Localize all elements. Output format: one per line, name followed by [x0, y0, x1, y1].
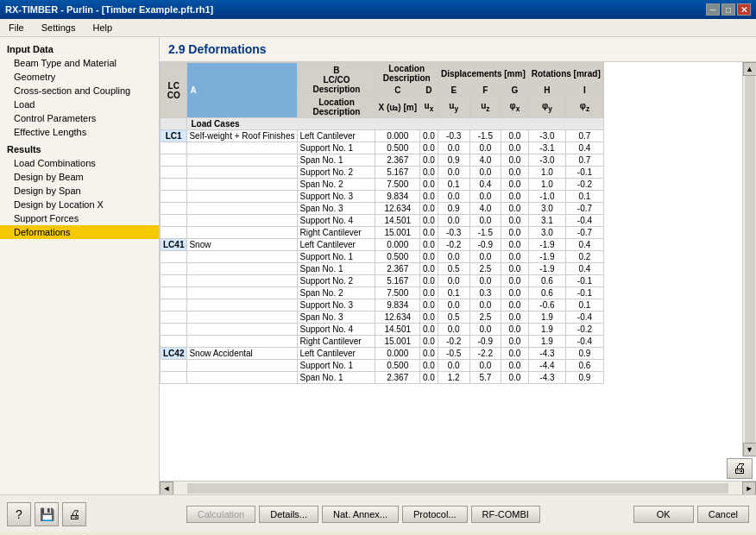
- th-phiz: φz: [566, 97, 604, 118]
- scroll-left-button[interactable]: ◄: [160, 482, 173, 495]
- maximize-button[interactable]: □: [721, 3, 735, 16]
- scroll-right-button[interactable]: ►: [742, 482, 756, 495]
- th-ux: ux: [420, 97, 438, 118]
- td-location: Span No. 1: [298, 154, 375, 167]
- td-desc: [187, 179, 298, 191]
- td-ux: 0.0: [420, 275, 438, 287]
- td-desc: [187, 360, 298, 372]
- td-phix: 0.0: [501, 154, 529, 167]
- print-icon-area: 🖨: [160, 456, 756, 481]
- table-section-header: Load Cases: [161, 118, 604, 130]
- td-ux: 0.0: [420, 263, 438, 275]
- td-desc: Self-weight + Roof Finishes: [187, 130, 298, 142]
- td-uz: 2.5: [469, 263, 501, 275]
- print-button[interactable]: 🖨: [727, 458, 753, 479]
- menu-bar: File Settings Help: [0, 19, 756, 37]
- td-ux: 0.0: [420, 179, 438, 191]
- td-phiy: 1.9: [528, 336, 566, 348]
- td-phiy: 1.0: [528, 167, 566, 179]
- td-location: Support No. 3: [298, 191, 375, 203]
- td-lc: [161, 203, 187, 215]
- td-uy: 0.0: [438, 167, 469, 179]
- td-lc: LC41: [161, 239, 187, 251]
- td-ux: 0.0: [420, 312, 438, 324]
- menu-settings[interactable]: Settings: [36, 21, 81, 35]
- table-row: Support No. 1 0.500 0.0 0.0 0.0 0.0 -3.1…: [161, 142, 604, 154]
- sidebar-item-beam-type[interactable]: Beam Type and Material: [0, 56, 159, 70]
- menu-help[interactable]: Help: [87, 21, 117, 35]
- td-ux: 0.0: [420, 336, 438, 348]
- td-location: Support No. 1: [298, 251, 375, 263]
- scroll-up-button[interactable]: ▲: [743, 62, 757, 76]
- td-location: Support No. 4: [298, 324, 375, 336]
- td-desc: [187, 263, 298, 275]
- th-location: LocationDescription: [375, 63, 438, 85]
- td-phiy: -1.9: [528, 239, 566, 251]
- rf-combi-button[interactable]: RF-COMBI: [471, 506, 540, 523]
- scroll-track[interactable]: [745, 76, 755, 443]
- help-icon-button[interactable]: ?: [7, 502, 31, 526]
- sidebar-item-design-by-span[interactable]: Design by Span: [0, 184, 159, 198]
- sidebar-item-geometry[interactable]: Geometry: [0, 70, 159, 84]
- table-header-row1: LCCO A BLC/CODescription LocationDescrip…: [161, 63, 604, 85]
- td-phiz: -0.1: [566, 287, 604, 299]
- th-d: D: [420, 85, 438, 97]
- td-phix: 0.0: [501, 142, 529, 154]
- td-desc: [187, 287, 298, 299]
- td-uz: 0.0: [469, 215, 501, 227]
- sidebar-item-load[interactable]: Load: [0, 98, 159, 111]
- td-ux: 0.0: [420, 227, 438, 239]
- td-phiy: 1.9: [528, 312, 566, 324]
- scroll-down-button[interactable]: ▼: [743, 443, 757, 456]
- td-location: Support No. 1: [298, 360, 375, 372]
- sidebar-item-design-by-beam[interactable]: Design by Beam: [0, 170, 159, 184]
- td-desc: Snow: [187, 239, 298, 251]
- minimize-button[interactable]: ─: [706, 3, 720, 16]
- td-lc: [161, 179, 187, 191]
- td-x: 0.500: [375, 142, 420, 154]
- td-uy: 1.2: [438, 372, 469, 384]
- horizontal-scrollbar[interactable]: ◄ ►: [160, 481, 756, 494]
- sidebar-item-cross-section[interactable]: Cross-section and Coupling: [0, 84, 159, 98]
- td-location: Support No. 2: [298, 167, 375, 179]
- td-lc: [161, 360, 187, 372]
- td-lc: [161, 324, 187, 336]
- td-x: 0.000: [375, 348, 420, 360]
- sidebar-item-design-by-location[interactable]: Design by Location X: [0, 198, 159, 211]
- td-phiz: 0.7: [566, 130, 604, 142]
- nat-annex-button[interactable]: Nat. Annex...: [322, 506, 399, 523]
- td-ux: 0.0: [420, 372, 438, 384]
- sidebar-item-load-combinations[interactable]: Load Combinations: [0, 156, 159, 170]
- th-displacements: Displacements [mm]: [438, 63, 528, 85]
- save-icon-button[interactable]: 💾: [35, 502, 59, 526]
- vertical-scrollbar[interactable]: ▲ ▼: [742, 62, 756, 456]
- td-lc: [161, 227, 187, 239]
- title-bar-buttons[interactable]: ─ □ ✕: [706, 3, 751, 16]
- td-uy: 0.1: [438, 287, 469, 299]
- td-x: 2.367: [375, 263, 420, 275]
- details-button[interactable]: Details...: [259, 506, 318, 523]
- table-container[interactable]: LCCO A BLC/CODescription LocationDescrip…: [160, 62, 742, 456]
- sidebar-item-effective[interactable]: Effective Lengths: [0, 125, 159, 139]
- td-desc: [187, 275, 298, 287]
- td-uy: 0.0: [438, 360, 469, 372]
- sidebar-item-support-forces[interactable]: Support Forces: [0, 211, 159, 225]
- td-uz: 0.4: [469, 179, 501, 191]
- calculation-button[interactable]: Calculation: [186, 506, 255, 523]
- td-ux: 0.0: [420, 154, 438, 167]
- td-phix: 0.0: [501, 336, 529, 348]
- sidebar-item-control[interactable]: Control Parameters: [0, 111, 159, 125]
- td-phiz: -0.2: [566, 179, 604, 191]
- cancel-button[interactable]: Cancel: [697, 506, 749, 523]
- td-x: 15.001: [375, 336, 420, 348]
- print-icon-button[interactable]: 🖨: [62, 502, 86, 526]
- close-button[interactable]: ✕: [737, 3, 751, 16]
- th-rotations: Rotations [mrad]: [528, 63, 603, 85]
- td-phiy: 0.6: [528, 275, 566, 287]
- ok-button[interactable]: OK: [633, 506, 694, 523]
- th-h: H: [528, 85, 566, 97]
- protocol-button[interactable]: Protocol...: [402, 506, 468, 523]
- h-scroll-track[interactable]: [187, 483, 728, 494]
- sidebar-item-deformations[interactable]: Deformations: [0, 225, 159, 239]
- menu-file[interactable]: File: [3, 21, 29, 35]
